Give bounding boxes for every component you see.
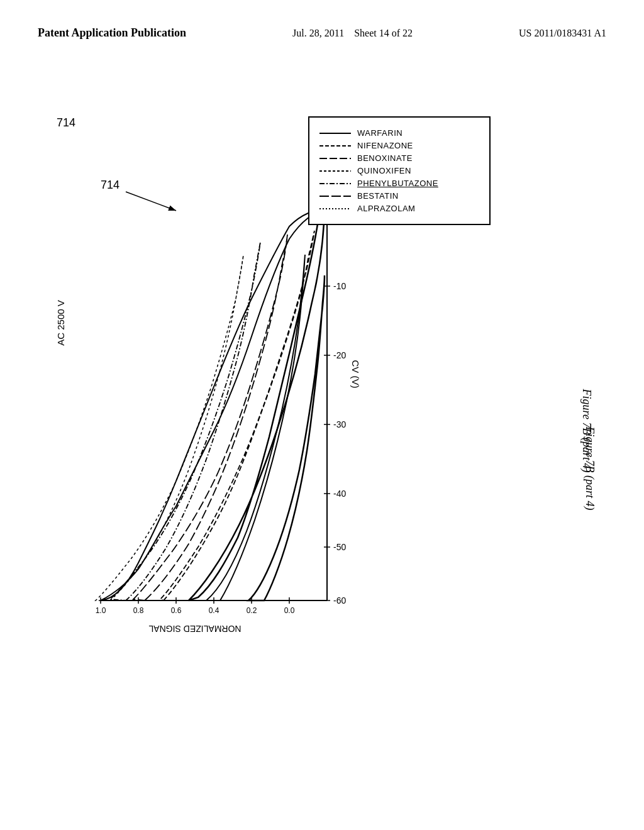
svg-text:0.8: 0.8 (133, 606, 144, 615)
legend-item-benoxinate: BENOXINATE (319, 153, 479, 163)
svg-text:NORMALIZED SIGNAL: NORMALIZED SIGNAL (148, 624, 241, 634)
svg-text:-30: -30 (333, 419, 346, 429)
svg-text:-40: -40 (333, 489, 346, 499)
svg-text:CV (V): CV (V) (350, 360, 361, 389)
legend-item-nifenazone: NIFENAZONE (319, 141, 479, 150)
date-text: Jul. 28, 2011 (292, 28, 344, 38)
legend-label-bestatin: BESTATIN (357, 191, 399, 201)
svg-text:0.6: 0.6 (171, 606, 182, 615)
legend-box: WARFARIN NIFENAZONE BENOXINATE QUINOXIFE… (308, 116, 491, 225)
legend-label-alprazolam: ALPRAZOLAM (357, 204, 415, 213)
legend-item-bestatin: BESTATIN (319, 191, 479, 201)
legend-item-alprazolam: ALPRAZOLAM (319, 204, 479, 213)
warfarin-curve (101, 211, 324, 600)
peak1-curve (189, 170, 325, 600)
legend-label-phenylbutazone: PHENYLBUTAZONE (357, 179, 438, 188)
peak7-curve (248, 275, 325, 600)
legend-item-phenylbutazone: PHENYLBUTAZONE (319, 179, 479, 188)
svg-text:-50: -50 (333, 542, 346, 552)
figure-caption: Figure 7B (part 4) (580, 389, 593, 473)
svg-text:-20: -20 (333, 350, 346, 360)
legend-item-warfarin: WARFARIN (319, 128, 479, 138)
svg-text:-10: -10 (333, 281, 346, 291)
svg-text:-60: -60 (333, 595, 346, 606)
sheet-text: Sheet 14 of 22 (354, 28, 413, 38)
legend-label-nifenazone: NIFENAZONE (357, 141, 413, 150)
page-header: Patent Application Publication Jul. 28, … (0, 0, 644, 53)
publication-date: Jul. 28, 2011 Sheet 14 of 22 (292, 25, 413, 39)
svg-line-32 (126, 192, 176, 211)
svg-text:0.2: 0.2 (247, 606, 257, 615)
legend-item-quinoxifen: QUINOXIFEN (319, 166, 479, 175)
peak5-curve (96, 255, 243, 600)
patent-number: US 2011/0183431 A1 (519, 25, 606, 39)
svg-text:0.0: 0.0 (284, 606, 295, 615)
publication-title: Patent Application Publication (38, 25, 186, 41)
svg-text:0.4: 0.4 (209, 606, 219, 615)
svg-text:1.0: 1.0 (96, 606, 106, 615)
legend-label-warfarin: WARFARIN (357, 128, 402, 138)
main-content: Figure 7B (part 4) AC 2500 V 714 10 0 -1… (0, 53, 644, 808)
legend-label-quinoxifen: QUINOXIFEN (357, 166, 411, 175)
legend-label-benoxinate: BENOXINATE (357, 153, 413, 163)
peak3-curve (133, 235, 287, 600)
peak2-curve (160, 231, 314, 600)
svg-text:714: 714 (101, 179, 119, 191)
